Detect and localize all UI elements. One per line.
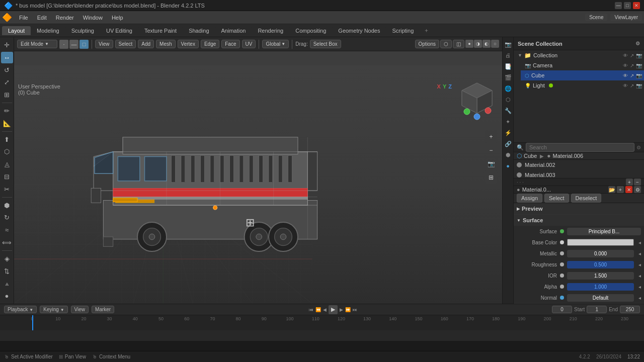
normal-value[interactable]: Default xyxy=(567,294,634,302)
vertex-select-mode[interactable]: · xyxy=(59,40,68,49)
minimize-button[interactable]: — xyxy=(615,2,622,9)
edge-slide-tool[interactable]: ⟺ xyxy=(1,237,13,248)
play-forward-button[interactable]: ⏩ xyxy=(345,307,351,312)
transform-tool[interactable]: ⊞ xyxy=(1,89,13,101)
outliner-item-cube[interactable]: ⬡ Cube 👁 ↗ 📷 xyxy=(521,70,644,80)
close-button[interactable]: ✕ xyxy=(633,2,640,9)
light-visibility[interactable]: 👁 xyxy=(623,83,628,88)
face-select-mode[interactable]: □ xyxy=(79,40,89,49)
menu-edit[interactable]: Edit xyxy=(33,14,51,22)
camera-visibility[interactable]: 👁 xyxy=(623,63,628,68)
tab-uv-editing[interactable]: UV Editing xyxy=(100,26,138,35)
end-frame-input[interactable] xyxy=(620,306,640,313)
start-frame-input[interactable] xyxy=(587,306,607,313)
view-menu[interactable]: View xyxy=(95,40,113,48)
grid-toggle-button[interactable]: ⊞ xyxy=(485,171,497,184)
tab-rendering[interactable]: Rendering xyxy=(252,26,289,35)
metallic-expand[interactable]: ◂ xyxy=(638,251,641,256)
camera-view-button[interactable]: 📷 xyxy=(485,158,497,170)
inset-tool[interactable]: ⬡ xyxy=(1,146,13,157)
tab-texture-paint[interactable]: Texture Paint xyxy=(138,26,183,35)
material-item-003[interactable]: Material.003 xyxy=(514,170,644,178)
add-material-button[interactable]: + xyxy=(626,178,633,186)
collection-visibility[interactable]: 👁 xyxy=(623,53,628,58)
solid-shading[interactable]: ● xyxy=(465,40,473,48)
shear-tool[interactable]: ⟁ xyxy=(1,278,13,289)
add-menu[interactable]: Add xyxy=(138,40,154,48)
play-back-button[interactable]: ⏪ xyxy=(315,307,321,312)
mat-unlink-button[interactable]: ✕ xyxy=(625,186,632,193)
select-menu[interactable]: Select xyxy=(115,40,136,48)
mat-new-button[interactable]: + xyxy=(617,186,624,193)
xray-button[interactable]: ◫ xyxy=(453,40,464,48)
outliner-item-light[interactable]: 💡 Light 👁 ↗ 📷 xyxy=(521,80,644,90)
rendered-shading[interactable]: ◐ xyxy=(482,40,491,48)
render-properties-icon[interactable]: 📷 xyxy=(503,39,513,49)
alpha-value[interactable]: 1.000 xyxy=(567,283,634,291)
extrude-tool[interactable]: ⬆ xyxy=(1,134,13,145)
zoom-in-button[interactable]: + xyxy=(485,131,497,143)
material-item-002[interactable]: Material.002 xyxy=(514,160,644,170)
annotate-tool[interactable]: ✏ xyxy=(1,105,13,117)
orientation-selector[interactable]: Global ▼ xyxy=(262,40,289,48)
surface-section-header[interactable]: ▼ Surface xyxy=(514,215,644,226)
loop-cut-tool[interactable]: ⊟ xyxy=(1,171,13,183)
light-render[interactable]: 📷 xyxy=(636,83,642,88)
camera-select[interactable]: ↗ xyxy=(630,63,634,68)
face-menu[interactable]: Face xyxy=(221,40,239,48)
constraints-properties-icon[interactable]: 🔗 xyxy=(503,139,513,149)
play-button[interactable]: ▶ xyxy=(329,305,338,314)
zoom-out-button[interactable]: − xyxy=(485,144,497,156)
mesh-menu[interactable]: Mesh xyxy=(156,40,175,48)
menu-render[interactable]: Render xyxy=(52,14,78,22)
camera-render[interactable]: 📷 xyxy=(636,63,642,68)
data-properties-icon[interactable]: ⬢ xyxy=(503,150,513,160)
particles-properties-icon[interactable]: ✦ xyxy=(503,117,513,127)
normal-expand[interactable]: ◂ xyxy=(638,295,641,301)
ior-value[interactable]: 1.500 xyxy=(567,272,634,280)
poly-build-tool[interactable]: ⬢ xyxy=(1,200,13,211)
bevel-tool[interactable]: ◬ xyxy=(1,158,13,170)
playback-menu[interactable]: Playback ▼ xyxy=(4,306,37,313)
measure-tool[interactable]: 📐 xyxy=(1,118,13,129)
material-properties-icon[interactable]: ● xyxy=(503,161,513,171)
output-properties-icon[interactable]: 🖨 xyxy=(503,50,513,60)
outliner-item-collection[interactable]: ▼ 📁 Collection 👁 ↗ 📷 xyxy=(514,50,644,60)
navigation-cube-area[interactable] xyxy=(457,80,497,122)
overlay-button[interactable]: ⬡ xyxy=(440,40,452,48)
smooth-tool[interactable]: ≈ xyxy=(1,224,13,236)
tab-shading[interactable]: Shading xyxy=(183,26,215,35)
maximize-button[interactable]: □ xyxy=(624,2,631,9)
tab-scripting[interactable]: Scripting xyxy=(386,26,420,35)
scene-properties-icon[interactable]: 🎬 xyxy=(503,72,513,82)
scale-tool[interactable]: ⤢ xyxy=(1,76,13,88)
view-layer-properties-icon[interactable]: 📑 xyxy=(503,61,513,71)
current-frame-input[interactable] xyxy=(552,306,572,313)
outliner-item-camera[interactable]: 📷 Camera 👁 ↗ 📷 xyxy=(521,60,644,70)
drag-selector[interactable]: Select Box xyxy=(310,40,341,48)
tab-compositing[interactable]: Compositing xyxy=(289,26,332,35)
object-properties-icon[interactable]: ⬡ xyxy=(503,95,513,105)
shrink-fatten-tool[interactable]: ◈ xyxy=(1,253,13,264)
options-button[interactable]: Options xyxy=(415,40,439,48)
ior-expand[interactable]: ◂ xyxy=(638,273,641,279)
scene-selector[interactable]: Scene xyxy=(585,14,607,21)
modifier-properties-icon[interactable]: 🔧 xyxy=(503,106,513,116)
mode-selector[interactable]: Edit Mode ▼ xyxy=(17,40,57,48)
knife-tool[interactable]: ✂ xyxy=(1,184,13,195)
eevee-shading[interactable]: ○ xyxy=(491,40,499,48)
cursor-tool[interactable]: ✛ xyxy=(1,39,13,51)
base-color-swatch[interactable] xyxy=(567,239,634,246)
uv-menu[interactable]: UV xyxy=(242,40,256,48)
viewlayer-selector[interactable]: ViewLayer xyxy=(610,14,642,21)
menu-window[interactable]: Window xyxy=(79,14,107,22)
timeline-ruler[interactable]: 0 10 20 30 40 50 60 70 80 90 100 110 120… xyxy=(0,315,644,330)
mat-browse-button[interactable]: 📂 xyxy=(608,186,615,193)
edge-menu[interactable]: Edge xyxy=(201,40,219,48)
alpha-expand[interactable]: ◂ xyxy=(638,284,641,290)
move-tool[interactable]: ↔ xyxy=(1,52,13,63)
mat-settings-button[interactable]: ⚙ xyxy=(634,186,641,193)
next-frame-button[interactable]: ▶ xyxy=(340,307,343,312)
material-shading[interactable]: ◑ xyxy=(474,40,482,48)
cube-render[interactable]: 📷 xyxy=(636,73,642,78)
